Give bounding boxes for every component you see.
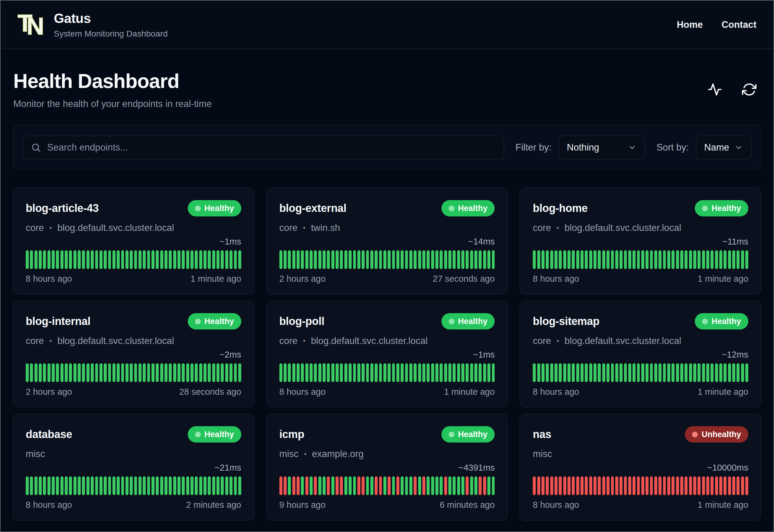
history-bar[interactable] [375,476,378,495]
history-bar[interactable] [737,250,740,269]
history-bar[interactable] [117,250,120,269]
history-bar[interactable] [715,363,718,382]
history-bar[interactable] [91,250,94,269]
history-bar[interactable] [73,363,76,382]
history-bar[interactable] [533,476,536,495]
history-bar[interactable] [143,476,146,495]
history-bar[interactable] [427,363,430,382]
history-bar[interactable] [667,250,670,269]
history-bar[interactable] [401,476,404,495]
history-bar[interactable] [422,250,425,269]
history-bar[interactable] [589,250,592,269]
history-bar[interactable] [572,250,575,269]
history-bar[interactable] [537,363,540,382]
history-bar[interactable] [186,363,189,382]
history-bar[interactable] [663,250,666,269]
history-bar[interactable] [474,250,477,269]
history-bar[interactable] [594,250,597,269]
history-bar[interactable] [292,363,295,382]
history-bar[interactable] [43,476,46,495]
history-bar[interactable] [379,363,382,382]
history-bar[interactable] [349,476,352,495]
history-bar[interactable] [173,250,176,269]
history-bar[interactable] [190,476,193,495]
history-bar[interactable] [624,363,627,382]
history-bar[interactable] [34,250,37,269]
history-bar[interactable] [427,250,430,269]
history-bar[interactable] [238,363,241,382]
history-bar[interactable] [234,476,237,495]
history-bar[interactable] [431,363,434,382]
history-bar[interactable] [602,476,605,495]
history-bar[interactable] [323,363,326,382]
history-bar[interactable] [667,476,670,495]
history-bar[interactable] [169,250,172,269]
history-bar[interactable] [611,363,614,382]
history-bar[interactable] [628,476,631,495]
history-bar[interactable] [284,363,287,382]
history-bar[interactable] [732,250,735,269]
history-bar[interactable] [689,476,692,495]
history-bar[interactable] [43,363,46,382]
history-bar[interactable] [104,363,107,382]
history-bar[interactable] [305,476,308,495]
endpoint-card[interactable]: blog-sitemapHealthycore•blog.default.svc… [520,301,761,407]
history-bar[interactable] [659,250,662,269]
history-bar[interactable] [698,476,701,495]
history-bar[interactable] [602,250,605,269]
history-bar[interactable] [56,363,59,382]
history-bar[interactable] [615,250,618,269]
endpoint-card[interactable]: databaseHealthymisc~21ms8 hours ago2 min… [13,414,254,521]
history-bar[interactable] [693,250,696,269]
history-bar[interactable] [353,476,356,495]
history-bar[interactable] [401,363,404,382]
history-bar[interactable] [388,250,391,269]
history-bar[interactable] [719,476,722,495]
history-bar[interactable] [221,476,224,495]
history-bar[interactable] [624,476,627,495]
history-bar[interactable] [238,476,241,495]
history-bar[interactable] [414,363,417,382]
history-bar[interactable] [470,363,473,382]
history-bar[interactable] [737,363,740,382]
history-bar[interactable] [379,476,382,495]
history-bar[interactable] [182,363,185,382]
history-bar[interactable] [370,476,373,495]
history-bar[interactable] [396,476,399,495]
history-bar[interactable] [719,363,722,382]
history-bar[interactable] [633,476,636,495]
history-bar[interactable] [563,476,566,495]
history-bar[interactable] [422,363,425,382]
history-bar[interactable] [336,250,339,269]
history-bar[interactable] [719,250,722,269]
history-bar[interactable] [611,250,614,269]
history-bar[interactable] [336,363,339,382]
history-bar[interactable] [73,250,76,269]
history-bar[interactable] [375,250,378,269]
history-bar[interactable] [401,250,404,269]
history-bar[interactable] [138,250,141,269]
history-bar[interactable] [620,250,623,269]
history-bar[interactable] [559,476,562,495]
history-bar[interactable] [301,250,304,269]
history-bar[interactable] [225,250,228,269]
history-bar[interactable] [431,476,434,495]
history-bar[interactable] [611,476,614,495]
history-bar[interactable] [581,476,584,495]
history-bar[interactable] [47,476,50,495]
history-bar[interactable] [73,476,76,495]
history-bar[interactable] [724,476,727,495]
history-bar[interactable] [589,476,592,495]
history-bar[interactable] [156,476,159,495]
history-bar[interactable] [598,476,601,495]
history-bar[interactable] [711,476,714,495]
history-bar[interactable] [203,476,207,495]
history-bar[interactable] [47,250,50,269]
history-bar[interactable] [190,250,193,269]
history-bar[interactable] [52,250,55,269]
history-bar[interactable] [672,476,675,495]
history-bar[interactable] [440,250,443,269]
history-bar[interactable] [357,250,360,269]
history-bar[interactable] [409,363,412,382]
history-bar[interactable] [585,250,588,269]
